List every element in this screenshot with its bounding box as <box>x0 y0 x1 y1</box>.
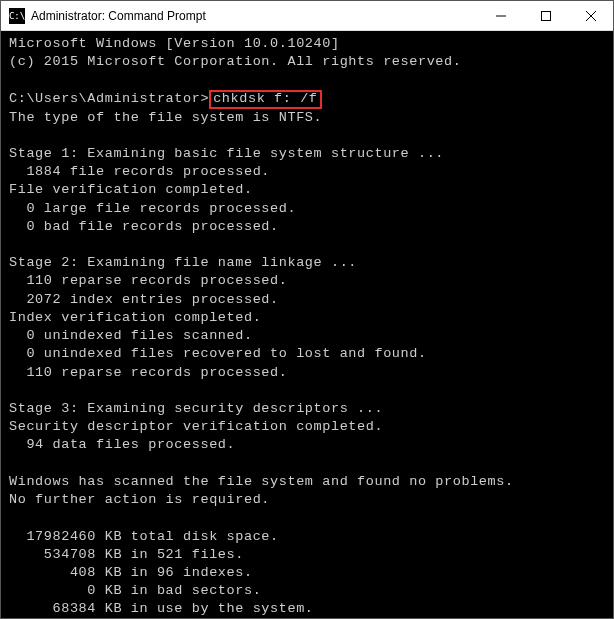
stage2-unindexed-recovered: 0 unindexed files recovered to lost and … <box>9 346 427 361</box>
prompt: C:\Users\Administrator> <box>9 91 209 106</box>
stage1-records: 1884 file records processed. <box>9 164 270 179</box>
window-controls <box>478 1 613 30</box>
stage2-verification: Index verification completed. <box>9 310 261 325</box>
command-highlight: chkdsk f: /f <box>209 90 321 109</box>
svg-rect-1 <box>541 11 550 20</box>
terminal-output[interactable]: Microsoft Windows [Version 10.0.10240] (… <box>1 31 613 618</box>
maximize-button[interactable] <box>523 1 568 30</box>
minimize-icon <box>496 11 506 21</box>
fs-type-line: The type of the file system is NTFS. <box>9 110 322 125</box>
summary-total: 17982460 KB total disk space. <box>9 529 279 544</box>
stage3-verification: Security descriptor verification complet… <box>9 419 383 434</box>
titlebar[interactable]: C:\ Administrator: Command Prompt <box>1 1 613 31</box>
stage3-datafiles: 94 data files processed. <box>9 437 235 452</box>
summary-indexes: 408 KB in 96 indexes. <box>9 565 253 580</box>
cmd-icon: C:\ <box>9 8 25 24</box>
stage1-bad: 0 bad file records processed. <box>9 219 279 234</box>
stage2-unindexed-scanned: 0 unindexed files scanned. <box>9 328 253 343</box>
stage3-header: Stage 3: Examining security descriptors … <box>9 401 383 416</box>
summary-files: 534708 KB in 521 files. <box>9 547 244 562</box>
copyright-line: (c) 2015 Microsoft Corporation. All righ… <box>9 54 461 69</box>
version-line: Microsoft Windows [Version 10.0.10240] <box>9 36 340 51</box>
summary-no-problems: Windows has scanned the file system and … <box>9 474 514 489</box>
stage1-header: Stage 1: Examining basic file system str… <box>9 146 444 161</box>
stage2-reparse: 110 reparse records processed. <box>9 273 287 288</box>
stage2-reparse2: 110 reparse records processed. <box>9 365 287 380</box>
stage2-header: Stage 2: Examining file name linkage ... <box>9 255 357 270</box>
summary-bad: 0 KB in bad sectors. <box>9 583 261 598</box>
maximize-icon <box>541 11 551 21</box>
command-prompt-window: C:\ Administrator: Command Prompt Micros… <box>0 0 614 619</box>
summary-no-action: No further action is required. <box>9 492 270 507</box>
stage1-large: 0 large file records processed. <box>9 201 296 216</box>
minimize-button[interactable] <box>478 1 523 30</box>
close-icon <box>586 11 596 21</box>
stage1-verification: File verification completed. <box>9 182 253 197</box>
close-button[interactable] <box>568 1 613 30</box>
window-title: Administrator: Command Prompt <box>31 9 478 23</box>
stage2-index: 2072 index entries processed. <box>9 292 279 307</box>
summary-system: 68384 KB in use by the system. <box>9 601 314 616</box>
